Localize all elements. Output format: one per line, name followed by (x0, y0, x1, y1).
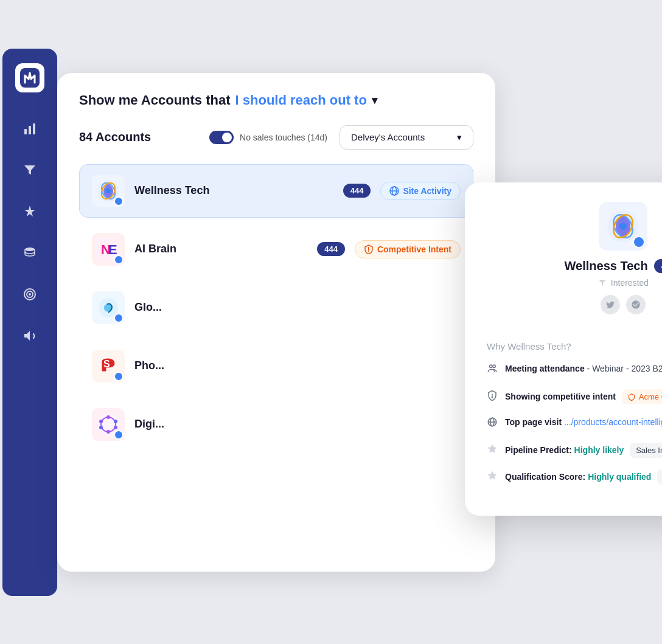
account-row-wellness-tech[interactable]: Wellness Tech 444 Site Activity (79, 164, 473, 218)
svg-text:E: E (108, 242, 117, 257)
svg-point-35 (490, 365, 493, 368)
digi-name: Digi... (134, 418, 461, 431)
shield-reason-icon (487, 390, 498, 405)
globe-reason-icon (487, 417, 498, 432)
sales-buyers-tag: Sales Buyers (657, 469, 662, 485)
svg-point-30 (99, 420, 103, 423)
svg-point-28 (106, 430, 110, 434)
reason-row-pipeline: Pipeline Predict: Highly likely Sales In… (487, 443, 662, 459)
target-icon[interactable] (18, 282, 42, 306)
ai-brain-score: 444 (317, 242, 345, 256)
why-section-title: Why Wellness Tech? (487, 341, 662, 351)
glo-name: Glo... (134, 301, 183, 314)
svg-rect-3 (33, 123, 35, 134)
dropdown-arrow: ▾ (457, 132, 462, 143)
star-pipeline-icon (487, 443, 498, 459)
wellness-tech-score: 444 (343, 184, 371, 198)
ai-brain-badge: Competitive Intent (355, 240, 461, 258)
logo[interactable] (15, 63, 44, 92)
digi-logo (92, 408, 125, 441)
wellness-tech-badge: Site Activity (380, 182, 461, 200)
svg-rect-1 (24, 129, 27, 134)
wellness-tech-badge-label: Site Activity (403, 186, 451, 196)
popup-card: Wellness Tech 444 Interested (465, 182, 662, 516)
pho-name: Pho... (134, 359, 461, 372)
social-icons (601, 295, 646, 314)
ai-brain-badge-label: Competitive Intent (377, 244, 451, 254)
account-row-pho[interactable]: S Pho... (79, 339, 473, 393)
glo-logo (92, 291, 125, 324)
wellness-tech-logo (92, 175, 125, 207)
star-qualification-icon (487, 470, 498, 485)
popup-status: Interested (598, 278, 649, 288)
meeting-icon (487, 363, 498, 378)
svg-point-34 (619, 223, 627, 230)
reason-pipeline-text: Pipeline Predict: Highly likely Sales In… (505, 443, 662, 459)
sales-intelligence-tag: Sales Intelligence (630, 443, 662, 459)
svg-point-25 (106, 415, 110, 419)
reason-page-visit-text: Top page visit .../products/account-inte… (505, 416, 662, 429)
ai-brain-logo: N E (92, 233, 125, 266)
reason-row-meeting: Meeting attendance - Webinar - 2023 B2B … (487, 362, 662, 378)
sidebar (2, 49, 57, 596)
dropdown-label: Delvey's Accounts (351, 132, 425, 142)
acme-corp-tag: Acme Corp (622, 389, 662, 405)
popup-company-name: Wellness Tech (565, 259, 648, 273)
popup-name-row: Wellness Tech 444 (565, 259, 662, 273)
accounts-dropdown[interactable]: Delvey's Accounts ▾ (340, 125, 473, 150)
accounts-count: 84 Accounts (79, 130, 151, 144)
megaphone-icon[interactable] (18, 324, 42, 348)
ai-brain-name: AI Brain (134, 243, 307, 255)
shield-icon-badge (364, 244, 374, 254)
salesforce-icon[interactable] (626, 295, 646, 314)
svg-text:S: S (103, 359, 110, 369)
no-sales-toggle[interactable] (209, 131, 234, 144)
svg-point-27 (114, 426, 117, 429)
database-icon[interactable] (18, 241, 42, 265)
svg-point-36 (493, 365, 496, 368)
header-title: Show me Accounts that I should reach out… (79, 92, 473, 108)
header-prefix: Show me Accounts that (79, 92, 231, 108)
account-row-ai-brain[interactable]: N E AI Brain 444 Competitive Intent (79, 223, 473, 276)
svg-point-7 (29, 293, 31, 296)
reason-meeting-text: Meeting attendance - Webinar - 2023 B2B … (505, 362, 662, 375)
popup-status-label: Interested (611, 278, 649, 288)
popup-logo (599, 202, 647, 251)
svg-point-38 (492, 396, 493, 398)
header-chevron[interactable]: ▾ (372, 94, 377, 107)
globe-icon (389, 186, 399, 196)
spark-icon[interactable] (18, 199, 42, 224)
toggle-row: No sales touches (14d) (209, 131, 327, 144)
pho-logo: S (92, 350, 125, 383)
reason-competitive-text: Showing competitive intent Acme Corp (505, 389, 662, 405)
main-wrapper: Show me Accounts that I should reach out… (57, 73, 660, 572)
header-highlight[interactable]: I should reach out to (235, 92, 367, 108)
svg-rect-2 (29, 126, 31, 134)
main-card: Show me Accounts that I should reach out… (57, 73, 495, 572)
svg-point-4 (25, 248, 35, 251)
svg-point-26 (114, 420, 117, 423)
wellness-tech-name: Wellness Tech (134, 184, 333, 197)
toggle-label: No sales touches (14d) (240, 133, 327, 142)
popup-header: Wellness Tech 444 Interested (487, 202, 662, 327)
svg-point-29 (99, 426, 103, 429)
bar-chart-icon[interactable] (18, 117, 42, 141)
reason-row-competitive: Showing competitive intent Acme Corp (487, 389, 662, 405)
twitter-icon[interactable] (601, 295, 620, 314)
funnel-icon[interactable] (18, 158, 42, 182)
account-row-digi[interactable]: Digi... (79, 398, 473, 451)
svg-point-11 (106, 189, 111, 193)
account-row-glo[interactable]: Glo... (79, 281, 473, 334)
svg-rect-0 (20, 68, 40, 88)
svg-point-19 (368, 251, 369, 252)
reason-row-qualification: Qualification Score: Highly qualified Sa… (487, 469, 662, 485)
reason-row-page-visit: Top page visit .../products/account-inte… (487, 416, 662, 432)
funnel-status-icon (598, 278, 607, 288)
filter-controls: No sales touches (14d) Delvey's Accounts… (209, 125, 473, 150)
filter-row: 84 Accounts No sales touches (14d) Delve… (79, 125, 473, 150)
reason-qualification-text: Qualification Score: Highly qualified Sa… (505, 469, 662, 485)
popup-score: 444 (654, 259, 662, 273)
